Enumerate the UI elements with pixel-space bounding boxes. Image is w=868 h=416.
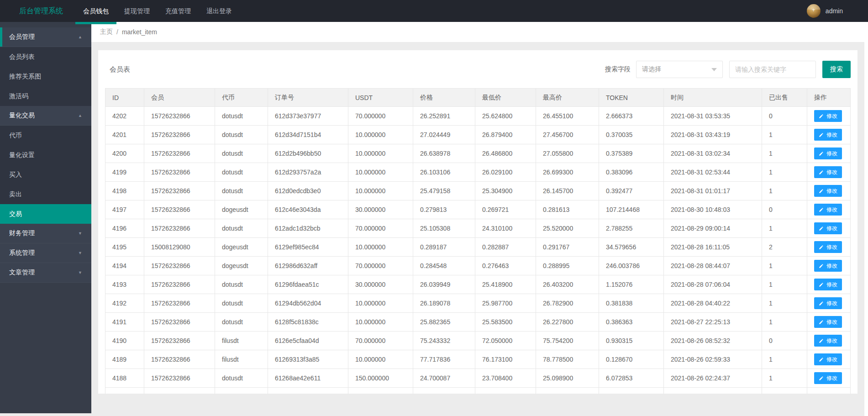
edit-button[interactable]: 修改 (814, 147, 842, 159)
edit-button-label: 修改 (826, 262, 837, 270)
sidebar-item-7[interactable]: 量化设置 (0, 145, 91, 165)
table-cell: filusdt (215, 350, 268, 369)
table-cell: 2021-08-30 10:48:03 (664, 200, 762, 219)
table-cell: 10.000000 (348, 294, 413, 313)
actions-cell: 修改 (807, 350, 851, 369)
search-field-select[interactable]: 请选择 (636, 61, 723, 78)
table-cell: 70.000000 (348, 257, 413, 275)
sidebar-item-6[interactable]: 代币 (0, 126, 91, 145)
table-cell: 0.279813 (413, 200, 475, 219)
table-cell: dotusdt (215, 219, 268, 238)
table-row: 420115726232866dotusdt612d34d7151b410.00… (105, 126, 851, 144)
table-cell: 2021-08-27 22:25:13 (664, 313, 762, 332)
table-cell: 150.000000 (348, 369, 413, 388)
table-cell: 26.455100 (536, 107, 599, 126)
sidebar-item-1[interactable]: 会员管理▲ (0, 27, 91, 47)
table-cell: 4193 (105, 275, 144, 294)
table-cell: 27.024449 (413, 126, 475, 144)
edit-button[interactable]: 修改 (814, 279, 842, 290)
edit-button[interactable]: 修改 (814, 353, 842, 365)
table-cell: 6129ef985ec84 (268, 238, 348, 257)
sidebar-item-8[interactable]: 买入 (0, 165, 91, 184)
table-cell: 15726232866 (144, 369, 215, 388)
table-cell: 2021-08-26 02:59:33 (664, 350, 762, 369)
scrollbar[interactable] (864, 22, 868, 416)
nav-tab-3[interactable]: 充值管理 (158, 0, 199, 22)
table-cell: 2021-08-29 09:00:14 (664, 219, 762, 238)
chevron-down-icon: ▼ (78, 270, 82, 275)
sidebar-item-3[interactable]: 推荐关系图 (0, 67, 91, 86)
table-cell (599, 388, 664, 394)
edit-button[interactable]: 修改 (814, 129, 842, 141)
table-row: 419615726232866dotusdt612adc1d32bcb70.00… (105, 219, 851, 238)
nav-tab-1[interactable]: 会员钱包 (75, 0, 116, 22)
active-group-indicator (0, 27, 2, 47)
chevron-down-icon (711, 68, 717, 71)
sidebar-item-4[interactable]: 激活码 (0, 86, 91, 106)
column-header: TOKEN (599, 89, 664, 107)
table-cell: 2021-08-31 02:53:44 (664, 163, 762, 182)
column-header: 已出售 (762, 89, 807, 107)
sidebar-item-2[interactable]: 会员列表 (0, 47, 91, 67)
table-cell: 70.000000 (348, 332, 413, 350)
edit-button[interactable]: 修改 (814, 372, 842, 384)
sidebar-item-5[interactable]: 量化交易▲ (0, 106, 91, 126)
username: admin (826, 7, 843, 15)
table-cell: 15726232866 (144, 275, 215, 294)
table-row: 419915726232866dotusdt612d293757a2a10.00… (105, 163, 851, 182)
table-cell: 1 (762, 350, 807, 369)
sidebar-item-13[interactable]: 文章管理▼ (0, 263, 91, 283)
edit-button[interactable]: 修改 (814, 297, 842, 309)
actions-cell: 修改 (807, 257, 851, 275)
search-input[interactable] (729, 61, 816, 78)
edit-button[interactable]: 修改 (814, 335, 842, 347)
column-header: 订单号 (268, 89, 348, 107)
table-cell: dotusdt (215, 313, 268, 332)
table-cell: 10.000000 (348, 163, 413, 182)
pencil-icon (819, 338, 824, 343)
table-cell: 1 (762, 275, 807, 294)
actions-cell: 修改 (807, 182, 851, 200)
edit-button-label: 修改 (826, 374, 837, 382)
table-cell (807, 388, 851, 394)
table-cell: 0 (762, 200, 807, 219)
edit-button[interactable]: 修改 (814, 204, 842, 216)
table-cell: 25.624800 (475, 107, 536, 126)
nav-tab-4[interactable]: 退出登录 (199, 0, 240, 22)
edit-button[interactable]: 修改 (814, 260, 842, 272)
edit-button[interactable]: 修改 (814, 222, 842, 234)
sidebar-item-12[interactable]: 系统管理▼ (0, 243, 91, 263)
sidebar-item-9[interactable]: 卖出 (0, 184, 91, 204)
edit-button[interactable]: 修改 (814, 241, 842, 253)
table-cell: 26.189078 (413, 294, 475, 313)
sidebar-item-10[interactable]: 交易 (0, 204, 91, 224)
table-cell (144, 388, 215, 394)
actions-cell: 修改 (807, 275, 851, 294)
table-cell: 61296fdaea51c (268, 275, 348, 294)
sidebar-item-label: 系统管理 (9, 249, 35, 257)
edit-button[interactable]: 修改 (814, 110, 842, 122)
table-cell (268, 388, 348, 394)
search-button[interactable]: 搜索 (822, 61, 851, 78)
table-row: 419215726232866dotusdt61294db562d0410.00… (105, 294, 851, 313)
edit-button[interactable]: 修改 (814, 316, 842, 328)
table-cell: 10.000000 (348, 238, 413, 257)
pencil-icon (819, 132, 824, 137)
table-cell: 26.039949 (413, 275, 475, 294)
main-area: 主页 / market_item 会员表 搜索字段 请选择 搜索 (91, 22, 868, 416)
table-header-row: ID会员代币订单号USDT价格最低价最高价TOKEN时间已出售操作 (105, 89, 851, 107)
user-menu[interactable]: admin (807, 4, 868, 18)
actions-cell: 修改 (807, 200, 851, 219)
nav-tab-2[interactable]: 提现管理 (116, 0, 158, 22)
edit-button[interactable]: 修改 (814, 166, 842, 178)
table-cell: 612d34d7151b4 (268, 126, 348, 144)
pencil-icon (819, 207, 824, 212)
sidebar-item-11[interactable]: 财务管理▼ (0, 224, 91, 243)
edit-button[interactable]: 修改 (814, 185, 842, 197)
column-header: 代币 (215, 89, 268, 107)
table-cell: 25.105308 (413, 219, 475, 238)
breadcrumb-home-link[interactable]: 主页 (100, 28, 113, 36)
table-cell: 4198 (105, 182, 144, 200)
table-cell: dotusdt (215, 275, 268, 294)
table-cell: 15726232866 (144, 144, 215, 163)
